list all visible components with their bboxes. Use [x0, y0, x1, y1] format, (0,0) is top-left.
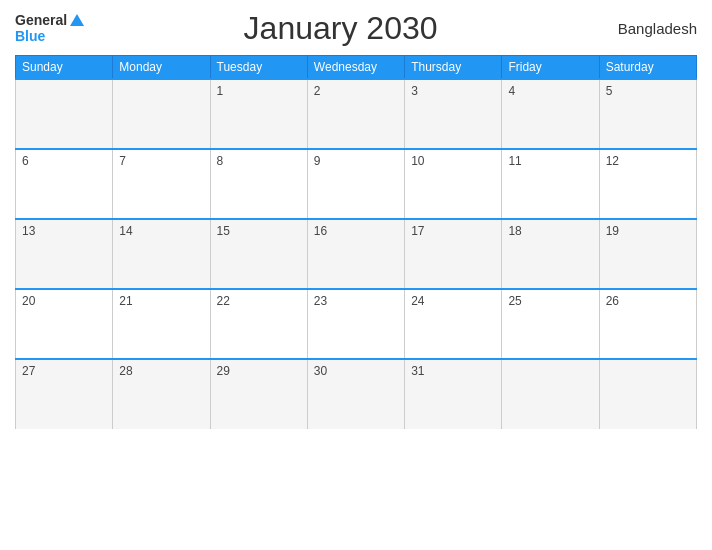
calendar-week-row: 6789101112	[16, 149, 697, 219]
calendar-week-row: 12345	[16, 79, 697, 149]
logo-general-text: General	[15, 13, 67, 28]
day-number: 2	[314, 84, 321, 98]
day-number: 26	[606, 294, 619, 308]
calendar-day-cell: 19	[599, 219, 696, 289]
day-number: 25	[508, 294, 521, 308]
calendar-week-row: 20212223242526	[16, 289, 697, 359]
calendar-day-cell: 11	[502, 149, 599, 219]
header-saturday: Saturday	[599, 56, 696, 80]
calendar-day-cell: 7	[113, 149, 210, 219]
calendar-day-cell: 24	[405, 289, 502, 359]
calendar-day-cell: 15	[210, 219, 307, 289]
calendar-day-cell: 3	[405, 79, 502, 149]
calendar-day-cell: 20	[16, 289, 113, 359]
day-number: 9	[314, 154, 321, 168]
day-number: 28	[119, 364, 132, 378]
day-number: 10	[411, 154, 424, 168]
day-number: 6	[22, 154, 29, 168]
calendar-day-cell: 2	[307, 79, 404, 149]
country-label: Bangladesh	[597, 20, 697, 37]
calendar-day-cell: 31	[405, 359, 502, 429]
day-number: 3	[411, 84, 418, 98]
day-number: 13	[22, 224, 35, 238]
calendar-day-cell: 6	[16, 149, 113, 219]
day-number: 21	[119, 294, 132, 308]
calendar-day-cell: 22	[210, 289, 307, 359]
calendar-day-cell	[599, 359, 696, 429]
calendar-day-cell: 21	[113, 289, 210, 359]
calendar-day-cell: 30	[307, 359, 404, 429]
day-number: 4	[508, 84, 515, 98]
calendar-day-cell: 13	[16, 219, 113, 289]
day-number: 18	[508, 224, 521, 238]
logo: General Blue	[15, 13, 84, 44]
calendar-wrapper: General Blue January 2030 Bangladesh Sun…	[0, 0, 712, 550]
day-number: 5	[606, 84, 613, 98]
calendar-day-cell	[113, 79, 210, 149]
calendar-week-row: 2728293031	[16, 359, 697, 429]
day-number: 15	[217, 224, 230, 238]
calendar-week-row: 13141516171819	[16, 219, 697, 289]
calendar-day-cell: 17	[405, 219, 502, 289]
weekday-header-row: Sunday Monday Tuesday Wednesday Thursday…	[16, 56, 697, 80]
calendar-table: Sunday Monday Tuesday Wednesday Thursday…	[15, 55, 697, 429]
calendar-day-cell: 25	[502, 289, 599, 359]
day-number: 31	[411, 364, 424, 378]
calendar-day-cell: 9	[307, 149, 404, 219]
calendar-day-cell: 27	[16, 359, 113, 429]
day-number: 11	[508, 154, 521, 168]
day-number: 23	[314, 294, 327, 308]
calendar-day-cell: 14	[113, 219, 210, 289]
day-number: 12	[606, 154, 619, 168]
day-number: 17	[411, 224, 424, 238]
calendar-day-cell: 16	[307, 219, 404, 289]
header-thursday: Thursday	[405, 56, 502, 80]
calendar-day-cell: 5	[599, 79, 696, 149]
calendar-title: January 2030	[84, 10, 597, 47]
day-number: 29	[217, 364, 230, 378]
day-number: 14	[119, 224, 132, 238]
calendar-day-cell: 1	[210, 79, 307, 149]
calendar-day-cell: 28	[113, 359, 210, 429]
calendar-day-cell: 18	[502, 219, 599, 289]
day-number: 20	[22, 294, 35, 308]
day-number: 7	[119, 154, 126, 168]
calendar-day-cell: 10	[405, 149, 502, 219]
calendar-day-cell	[502, 359, 599, 429]
day-number: 8	[217, 154, 224, 168]
day-number: 22	[217, 294, 230, 308]
day-number: 16	[314, 224, 327, 238]
calendar-day-cell: 26	[599, 289, 696, 359]
logo-blue-text: Blue	[15, 29, 45, 44]
day-number: 19	[606, 224, 619, 238]
calendar-header: General Blue January 2030 Bangladesh	[15, 10, 697, 47]
logo-triangle-icon	[70, 14, 84, 26]
header-sunday: Sunday	[16, 56, 113, 80]
calendar-day-cell: 23	[307, 289, 404, 359]
header-monday: Monday	[113, 56, 210, 80]
day-number: 27	[22, 364, 35, 378]
header-tuesday: Tuesday	[210, 56, 307, 80]
header-friday: Friday	[502, 56, 599, 80]
calendar-day-cell: 12	[599, 149, 696, 219]
day-number: 30	[314, 364, 327, 378]
calendar-day-cell: 8	[210, 149, 307, 219]
header-wednesday: Wednesday	[307, 56, 404, 80]
calendar-day-cell: 29	[210, 359, 307, 429]
day-number: 24	[411, 294, 424, 308]
calendar-day-cell	[16, 79, 113, 149]
day-number: 1	[217, 84, 224, 98]
calendar-day-cell: 4	[502, 79, 599, 149]
